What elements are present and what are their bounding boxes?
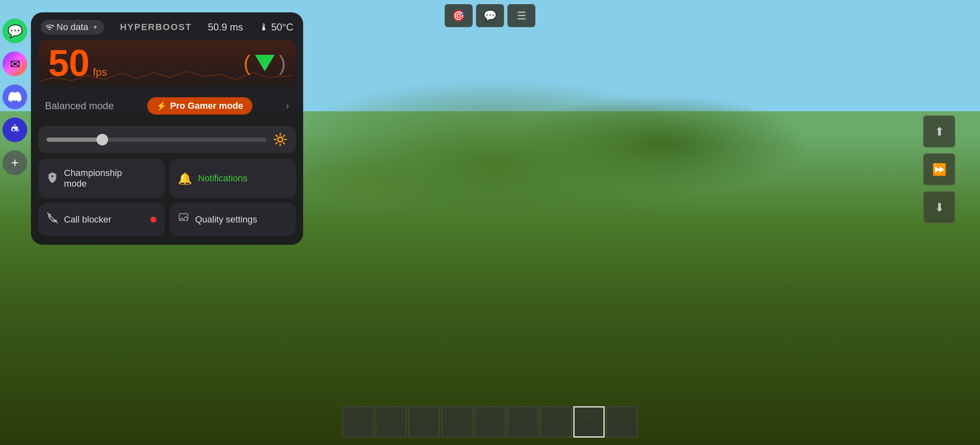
chevron-right-icon: ›	[286, 100, 289, 112]
notifications-button[interactable]: 🔔 Notifications	[170, 159, 296, 198]
wifi-icon	[45, 23, 54, 32]
left-paren: (	[243, 51, 250, 75]
call-blocker-button[interactable]: Call blocker	[38, 203, 165, 236]
game-icon-chat[interactable]: 💬	[476, 4, 504, 27]
game-icon-target[interactable]: 🎯	[445, 4, 473, 27]
move-up-button[interactable]: ⬆	[923, 115, 955, 148]
fast-forward-button[interactable]: ⏩	[923, 153, 955, 185]
hotbar-slot-3[interactable]	[408, 406, 440, 438]
fps-area: 50 fps ( )	[38, 40, 296, 86]
network-dropdown-arrow: ▼	[92, 24, 98, 30]
balanced-mode-label: Balanced mode	[45, 100, 114, 112]
move-down-button[interactable]: ⬇	[923, 191, 955, 223]
brightness-icon: 🔆	[273, 133, 287, 146]
thermometer-icon: 🌡	[259, 21, 269, 33]
network-badge[interactable]: No data ▼	[41, 20, 104, 35]
hotbar-slot-8[interactable]: ··	[573, 406, 605, 438]
overlay-panel: No data ▼ HYPERBOOST 50.9 ms 🌡 50°C 50 f…	[31, 12, 303, 245]
brand-label: HYPERBOOST	[120, 22, 192, 33]
right-paren: )	[279, 51, 286, 75]
quick-actions-grid: Championshipmode 🔔 Notifications Call bl…	[38, 159, 296, 236]
svg-line-0	[47, 213, 58, 223]
hotbar-slot-4[interactable]	[441, 406, 473, 438]
notification-bell-icon: 🔔	[178, 172, 192, 185]
pro-gamer-label: Pro Gamer mode	[170, 101, 243, 111]
messenger-icon[interactable]: ✉	[2, 52, 27, 76]
mode-selector: Balanced mode ⚡ Pro Gamer mode ›	[38, 91, 296, 120]
discord-icon[interactable]	[2, 84, 27, 109]
pro-gamer-button[interactable]: ⚡ Pro Gamer mode	[147, 97, 252, 115]
sidebar: 💬 ✉ +	[0, 19, 30, 175]
championship-icon	[47, 171, 58, 186]
call-blocker-icon	[47, 212, 58, 227]
gamepad-icon[interactable]	[2, 117, 27, 142]
championship-label: Championshipmode	[64, 168, 122, 189]
brightness-bar: 🔆	[38, 126, 296, 153]
hotbar: ··	[342, 406, 638, 438]
whatsapp-icon[interactable]: 💬	[2, 19, 27, 43]
championship-mode-button[interactable]: Championshipmode	[38, 159, 165, 198]
hotbar-slot-9[interactable]	[606, 406, 638, 438]
game-controls: ⬆ ⏩ ⬇	[923, 115, 955, 223]
call-blocker-label: Call blocker	[64, 214, 111, 225]
temperature-value: 🌡 50°C	[259, 21, 293, 33]
add-app-button[interactable]: +	[2, 150, 27, 175]
brightness-slider-thumb[interactable]	[97, 134, 108, 145]
network-label: No data	[57, 22, 88, 33]
brightness-slider-track[interactable]	[47, 138, 266, 142]
game-icon-menu[interactable]: ☰	[507, 4, 535, 27]
performance-wave	[38, 69, 294, 86]
hotbar-slot-6[interactable]	[507, 406, 539, 438]
call-blocker-status-dot	[151, 217, 156, 222]
notifications-label: Notifications	[198, 173, 247, 184]
quality-settings-button[interactable]: Quality settings	[170, 203, 296, 236]
quality-settings-label: Quality settings	[195, 214, 257, 225]
status-bar: No data ▼ HYPERBOOST 50.9 ms 🌡 50°C	[38, 20, 296, 35]
hotbar-slot-7[interactable]	[540, 406, 572, 438]
top-game-toolbar: 🎯 💬 ☰	[445, 4, 535, 27]
hotbar-slot-2[interactable]	[375, 406, 407, 438]
lightning-icon: ⚡	[156, 101, 167, 111]
hotbar-slot-1[interactable]	[342, 406, 374, 438]
hotbar-slot-5[interactable]	[474, 406, 506, 438]
volume-triangle-icon	[255, 55, 275, 71]
quality-settings-icon	[178, 212, 189, 227]
latency-value: 50.9 ms	[208, 21, 243, 33]
